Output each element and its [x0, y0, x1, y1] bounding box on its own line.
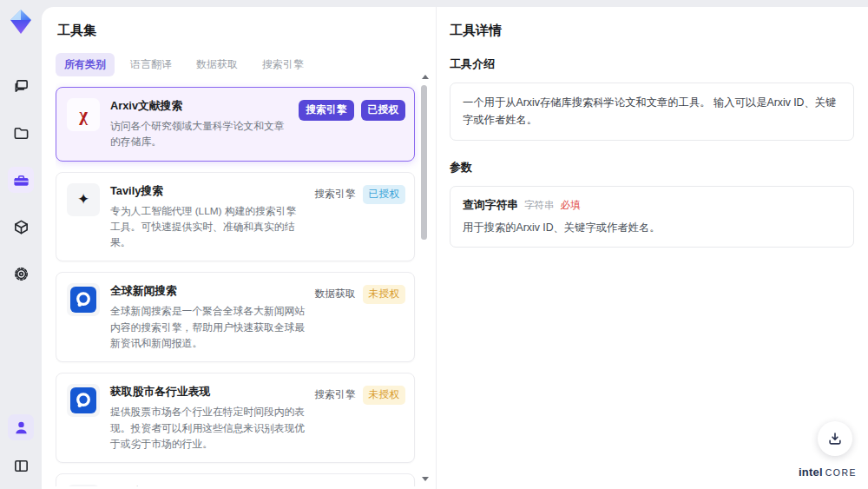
panel-toggle-icon: [13, 458, 30, 474]
tool-category-tag: 搜索引擎: [314, 188, 355, 202]
tool-description: 访问各个研究领域大量科学论文和文章的存储库。: [110, 118, 290, 150]
tool-name: 获取股市各行业表现: [110, 385, 306, 400]
app-logo-gem-icon: [8, 9, 34, 35]
cube-icon: [13, 219, 30, 235]
tool-list-section: 工具集 所有类别语言翻译数据获取搜索引擎 χ A: [56, 17, 424, 486]
user-icon: [13, 420, 30, 436]
scrollbar-down-arrow-icon[interactable]: [422, 477, 429, 481]
arxiv-logo-icon: χ: [79, 104, 88, 126]
intel-core-logo: intelCORE: [799, 466, 856, 479]
intel-brand-text: intel: [799, 466, 823, 479]
gear-icon: [13, 266, 30, 282]
tool-card[interactable]: ✦ Tavily搜索 专为人工智能代理 (LLM) 构建的搜索引擎工具。可快速提…: [56, 172, 415, 262]
tool-status-badge: 已授权: [361, 100, 405, 121]
tool-description: 全球新闻搜索是一个聚合全球各大新闻网站内容的搜索引擎，帮助用户快速获取全球最新资…: [110, 303, 306, 351]
news-search-logo-icon: [70, 287, 96, 313]
tool-description: 专为人工智能代理 (LLM) 构建的搜索引擎工具。可快速提供实时、准确和真实的结…: [110, 203, 306, 251]
page-title: 工具集: [57, 23, 424, 39]
tab-category-3[interactable]: 搜索引擎: [253, 53, 312, 76]
main-panel: 工具集 所有类别语言翻译数据获取搜索引擎 χ A: [42, 7, 868, 489]
column-divider: [436, 7, 437, 489]
sidebar-item-settings[interactable]: [8, 261, 34, 287]
sidebar-item-files[interactable]: [8, 120, 34, 146]
tool-name: 全球新闻搜索: [110, 284, 306, 299]
tool-icon: [67, 485, 100, 486]
sidebar-item-tools[interactable]: [8, 167, 34, 193]
core-brand-text: CORE: [825, 467, 857, 478]
params-heading: 参数: [450, 160, 854, 175]
category-tabs: 所有类别语言翻译数据获取搜索引擎: [56, 53, 424, 76]
details-title: 工具详情: [450, 23, 854, 39]
folder-icon: [13, 125, 30, 142]
tool-category-tag: 搜索引擎: [314, 388, 355, 402]
list-scrollbar[interactable]: [420, 75, 429, 481]
tool-icon: [67, 384, 100, 417]
intro-text: 一个用于从Arxiv存储库搜索科学论文和文章的工具。 输入可以是Arxiv ID…: [463, 95, 841, 129]
tool-card[interactable]: 获取市场最活跃股票信息 提供当天交易量最高的股票列表，投资者可以利用这些信息来识…: [56, 473, 415, 486]
tavily-logo-icon: ✦: [77, 190, 89, 208]
tool-details-section: 工具详情 工具介绍 一个用于从Arxiv存储库搜索科学论文和文章的工具。 输入可…: [450, 17, 854, 267]
tool-card[interactable]: 全球新闻搜索 全球新闻搜索是一个聚合全球各大新闻网站内容的搜索引擎，帮助用户快速…: [56, 272, 415, 362]
tool-status-badge: 未授权: [363, 285, 405, 304]
left-sidebar: [0, 0, 42, 489]
tool-cards-list: χ Arxiv文献搜索 访问各个研究领域大量科学论文和文章的存储库。: [56, 87, 415, 486]
sidebar-item-panel-toggle[interactable]: [8, 453, 34, 479]
param-type: 字符串: [524, 199, 555, 212]
tool-category-tag: 数据获取: [314, 287, 355, 301]
scrollbar-thumb[interactable]: [421, 85, 427, 240]
param-name: 查询字符串: [463, 198, 518, 213]
sidebar-item-chat[interactable]: [8, 73, 34, 99]
intro-box: 一个用于从Arxiv存储库搜索科学论文和文章的工具。 输入可以是Arxiv ID…: [450, 83, 854, 141]
tool-status-badge: 未授权: [363, 386, 405, 405]
tool-category-tag: 搜索引擎: [299, 100, 353, 121]
scrollbar-up-arrow-icon[interactable]: [422, 75, 429, 79]
sidebar-item-packages[interactable]: [8, 214, 34, 240]
chat-icon: [13, 78, 30, 95]
param-required-flag: 必填: [560, 199, 580, 212]
tab-category-2[interactable]: 数据获取: [187, 53, 247, 76]
news-search-logo-icon: [70, 387, 96, 413]
tool-icon: ✦: [67, 183, 100, 216]
tool-name: 获取市场最活跃股票信息: [110, 486, 306, 486]
tool-status-badge: 已授权: [363, 185, 405, 204]
tool-icon: χ: [67, 98, 100, 131]
toolbox-icon: [13, 172, 30, 188]
tool-icon: [67, 283, 100, 316]
download-button[interactable]: [818, 421, 852, 456]
tool-card[interactable]: χ Arxiv文献搜索 访问各个研究领域大量科学论文和文章的存储库。: [56, 87, 415, 162]
sidebar-item-account[interactable]: [8, 414, 34, 440]
download-icon: [827, 431, 843, 446]
tool-description: 提供股票市场各个行业在特定时间段内的表现。投资者可以利用这些信息来识别表现优于或…: [110, 404, 306, 452]
tab-category-0[interactable]: 所有类别: [56, 53, 115, 76]
intro-heading: 工具介绍: [450, 56, 854, 72]
param-box: 查询字符串 字符串 必填 用于搜索的Arxiv ID、关键字或作者姓名。: [450, 186, 854, 248]
tool-name: Tavily搜索: [110, 184, 306, 199]
tab-category-1[interactable]: 语言翻译: [122, 53, 181, 76]
tool-name: Arxiv文献搜索: [110, 99, 290, 114]
tool-card[interactable]: 获取股市各行业表现 提供股票市场各个行业在特定时间段内的表现。投资者可以利用这些…: [56, 373, 415, 463]
param-description: 用于搜索的Arxiv ID、关键字或作者姓名。: [463, 221, 841, 235]
